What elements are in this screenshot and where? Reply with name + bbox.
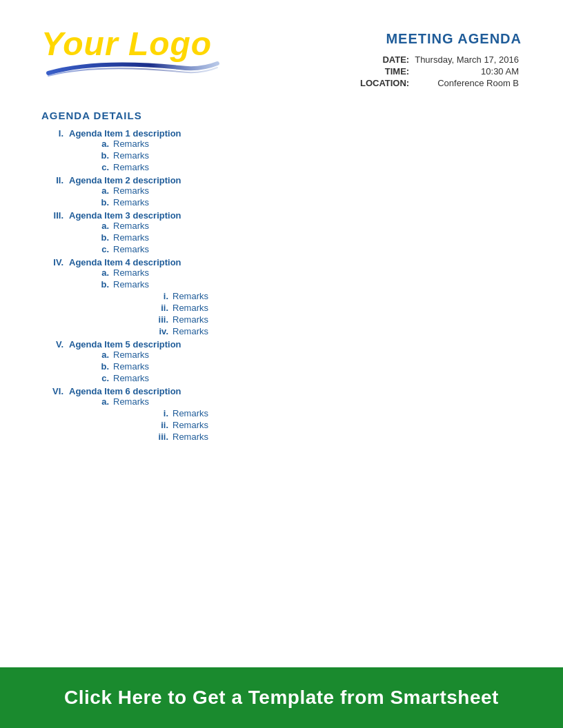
item-description: Agenda Item 2 description <box>69 175 181 185</box>
alpha-text: Remarks <box>113 396 149 407</box>
roman-sub-item: iii.Remarks <box>152 314 522 325</box>
alpha-label: c. <box>97 373 109 383</box>
alpha-item: a.Remarks <box>97 139 522 149</box>
roman-sub-text: Remarks <box>172 291 208 301</box>
meeting-info: MEETING AGENDA DATE: Thursday, March 17,… <box>357 28 522 89</box>
alpha-item: c.Remarks <box>97 373 522 383</box>
alpha-item: a.Remarksi.Remarksii.Remarksiii.Remarks <box>97 396 522 442</box>
roman-sub-list: i.Remarksii.Remarksiii.Remarksiv.Remarks <box>152 291 522 336</box>
agenda-item-label-2: II.Agenda Item 2 description <box>41 175 522 185</box>
roman-numeral: VI. <box>41 386 63 396</box>
item-description: Agenda Item 1 description <box>69 128 181 139</box>
roman-sub-text: Remarks <box>172 303 208 313</box>
agenda-item-3: III.Agenda Item 3 descriptiona.Remarksb.… <box>41 210 522 254</box>
logo-area: Your Logo <box>41 28 221 77</box>
alpha-item: b.Remarks <box>97 197 522 208</box>
alpha-item: b.Remarksi.Remarksii.Remarksiii.Remarksi… <box>97 279 522 336</box>
banner[interactable]: Click Here to Get a Template from Smarts… <box>0 667 563 728</box>
alpha-list: a.Remarksb.Remarks <box>97 185 522 208</box>
alpha-text: Remarks <box>113 139 149 149</box>
alpha-label: a. <box>97 185 109 196</box>
alpha-text: Remarks <box>113 267 149 278</box>
logo-swoosh-icon <box>41 58 221 77</box>
agenda-item-6: VI.Agenda Item 6 descriptiona.Remarksi.R… <box>41 386 522 442</box>
meeting-title: MEETING AGENDA <box>357 31 522 47</box>
roman-sub-text: Remarks <box>172 432 208 442</box>
alpha-item: c.Remarks <box>97 244 522 254</box>
alpha-label: b. <box>97 361 109 372</box>
roman-sub-item: i.Remarks <box>152 408 522 418</box>
alpha-text: Remarks <box>113 279 149 290</box>
roman-sub-item: iv.Remarks <box>152 326 522 336</box>
roman-sub-item: i.Remarks <box>152 291 522 301</box>
alpha-label: a. <box>97 139 109 149</box>
header: Your Logo MEETING AGENDA DATE: Thursd <box>41 28 522 89</box>
roman-sub-text: Remarks <box>172 326 208 336</box>
alpha-text: Remarks <box>113 221 149 231</box>
date-label: DATE: <box>357 54 412 65</box>
logo-text: Your Logo <box>41 28 212 61</box>
alpha-list: a.Remarksb.Remarksc.Remarks <box>97 350 522 383</box>
alpha-label: a. <box>97 396 109 407</box>
agenda-item-label-4: IV.Agenda Item 4 description <box>41 257 522 267</box>
agenda-item-1: I.Agenda Item 1 descriptiona.Remarksb.Re… <box>41 128 522 172</box>
item-description: Agenda Item 3 description <box>69 210 181 221</box>
agenda-item-label-3: III.Agenda Item 3 description <box>41 210 522 221</box>
alpha-item: b.Remarks <box>97 361 522 372</box>
roman-numeral: III. <box>41 210 63 221</box>
alpha-text: Remarks <box>113 232 149 243</box>
alpha-item: b.Remarks <box>97 150 522 161</box>
location-value: Conference Room B <box>412 77 522 89</box>
alpha-text: Remarks <box>113 373 149 383</box>
alpha-item: a.Remarks <box>97 267 522 278</box>
alpha-item: c.Remarks <box>97 162 522 172</box>
roman-sub-list: i.Remarksii.Remarksiii.Remarks <box>152 408 522 442</box>
agenda-item-4: IV.Agenda Item 4 descriptiona.Remarksb.R… <box>41 257 522 336</box>
alpha-label: c. <box>97 244 109 254</box>
page: Your Logo MEETING AGENDA DATE: Thursd <box>0 0 563 728</box>
agenda-item-label-1: I.Agenda Item 1 description <box>41 128 522 139</box>
roman-sub-label: iii. <box>152 432 168 442</box>
agenda-item-label-5: V.Agenda Item 5 description <box>41 339 522 350</box>
roman-sub-item: ii.Remarks <box>152 303 522 313</box>
roman-sub-label: ii. <box>152 303 168 313</box>
alpha-label: b. <box>97 279 109 290</box>
time-value: 10:30 AM <box>412 65 522 77</box>
roman-numeral: I. <box>41 128 63 139</box>
roman-sub-label: iv. <box>152 326 168 336</box>
alpha-text: Remarks <box>113 162 149 172</box>
roman-numeral: IV. <box>41 257 63 267</box>
item-description: Agenda Item 4 description <box>69 257 181 267</box>
alpha-label: b. <box>97 150 109 161</box>
agenda-list: I.Agenda Item 1 descriptiona.Remarksb.Re… <box>41 128 522 442</box>
location-label: LOCATION: <box>357 77 412 89</box>
roman-sub-text: Remarks <box>172 314 208 325</box>
alpha-list: a.Remarksb.Remarksc.Remarks <box>97 221 522 254</box>
date-value: Thursday, March 17, 2016 <box>412 54 522 65</box>
banner-text: Click Here to Get a Template from Smarts… <box>64 687 499 709</box>
roman-sub-label: i. <box>152 408 168 418</box>
alpha-label: b. <box>97 197 109 208</box>
info-table: DATE: Thursday, March 17, 2016 TIME: 10:… <box>357 54 522 89</box>
alpha-text: Remarks <box>113 185 149 196</box>
roman-numeral: II. <box>41 175 63 185</box>
alpha-item: b.Remarks <box>97 232 522 243</box>
alpha-text: Remarks <box>113 150 149 161</box>
roman-numeral: V. <box>41 339 63 350</box>
agenda-item-5: V.Agenda Item 5 descriptiona.Remarksb.Re… <box>41 339 522 383</box>
alpha-list: a.Remarksi.Remarksii.Remarksiii.Remarks <box>97 396 522 442</box>
roman-sub-label: ii. <box>152 420 168 430</box>
alpha-label: b. <box>97 232 109 243</box>
item-description: Agenda Item 6 description <box>69 386 181 396</box>
agenda-item-2: II.Agenda Item 2 descriptiona.Remarksb.R… <box>41 175 522 208</box>
agenda-section: AGENDA DETAILS I.Agenda Item 1 descripti… <box>41 110 522 442</box>
roman-sub-item: ii.Remarks <box>152 420 522 430</box>
roman-sub-text: Remarks <box>172 420 208 430</box>
alpha-label: a. <box>97 221 109 231</box>
agenda-item-label-6: VI.Agenda Item 6 description <box>41 386 522 396</box>
alpha-label: c. <box>97 162 109 172</box>
alpha-label: a. <box>97 267 109 278</box>
alpha-text: Remarks <box>113 197 149 208</box>
roman-sub-item: iii.Remarks <box>152 432 522 442</box>
alpha-item: a.Remarks <box>97 350 522 360</box>
